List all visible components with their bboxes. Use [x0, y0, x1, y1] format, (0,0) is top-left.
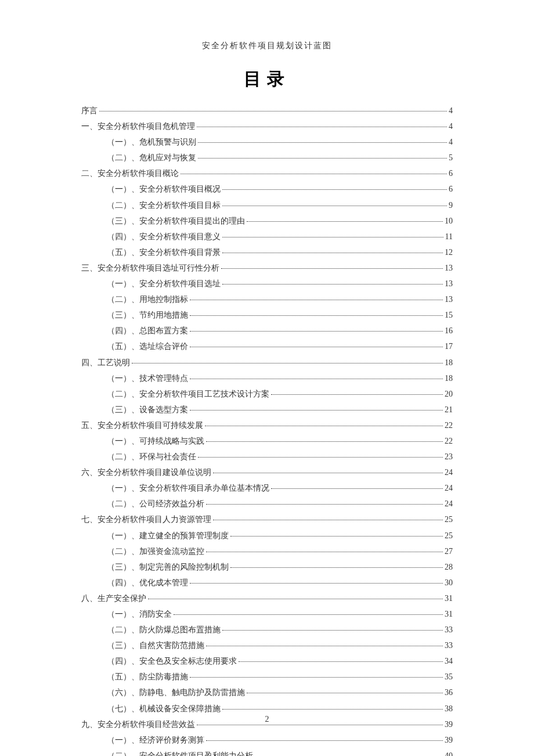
toc-dots: [206, 740, 443, 741]
toc-dots: [213, 473, 443, 473]
toc-entry: 三、安全分析软件项目选址可行性分析13: [81, 262, 453, 274]
header-title: 安全分析软件项目规划设计蓝图: [81, 41, 453, 51]
toc-entry: （一）、经济评价财务测算39: [81, 735, 453, 746]
toc-entry-label: （二）、安全分析软件项目盈利能力分析: [107, 750, 253, 756]
toc-dots: [190, 331, 443, 332]
toc-entry-label: 二、安全分析软件项目概论: [81, 168, 179, 179]
toc-entry: （一）、建立健全的预算管理制度25: [81, 530, 453, 542]
toc-entry: （三）、安全分析软件项目提出的理由10: [81, 215, 453, 227]
toc-entry-page: 23: [445, 451, 453, 463]
toc-entry-page: 24: [445, 498, 453, 510]
toc-dots: [206, 504, 443, 505]
toc-dots: [197, 127, 447, 127]
toc-entry-label: （五）、选址综合评价: [107, 341, 188, 352]
toc-entry-page: 34: [445, 656, 453, 667]
toc-entry: （三）、节约用地措施15: [81, 309, 453, 321]
toc-entry-page: 35: [445, 671, 453, 683]
toc-entry: （六）、防静电、触电防护及防雷措施36: [81, 687, 453, 699]
toc-entry-page: 30: [445, 577, 453, 589]
toc-dots: [222, 253, 443, 253]
toc-entry: （二）、环保与社会责任23: [81, 451, 453, 463]
toc-entry-label: （一）、危机预警与识别: [107, 136, 196, 148]
toc-dots: [222, 630, 443, 631]
toc-entry: 六、安全分析软件项目建设单位说明24: [81, 467, 453, 478]
toc-entry: （一）、可持续战略与实践22: [81, 435, 453, 447]
toc-entry-page: 6: [449, 168, 453, 179]
toc-entry-page: 16: [445, 325, 453, 337]
toc-entry: （四）、总图布置方案16: [81, 325, 453, 337]
toc-entry: 一、安全分析软件项目危机管理4: [81, 121, 453, 132]
toc-entry: （二）、安全分析软件项目工艺技术设计方案20: [81, 388, 453, 400]
toc-entry: 八、生产安全保护31: [81, 593, 453, 604]
toc-entry-label: （三）、制定完善的风险控制机制: [107, 561, 229, 573]
toc-container: 序言4一、安全分析软件项目危机管理4（一）、危机预警与识别4（二）、危机应对与恢…: [81, 105, 453, 756]
toc-dots: [222, 206, 447, 206]
toc-entry-label: （四）、优化成本管理: [107, 577, 188, 589]
toc-entry-page: 22: [445, 420, 453, 431]
toc-entry-page: 13: [445, 278, 453, 290]
toc-entry-page: 4: [449, 105, 453, 117]
toc-entry-page: 4: [449, 121, 453, 132]
toc-dots: [205, 426, 443, 426]
toc-entry-label: （三）、安全分析软件项目提出的理由: [107, 215, 245, 227]
toc-entry: （五）、选址综合评价17: [81, 341, 453, 352]
toc-dots: [198, 142, 447, 143]
toc-entry-page: 33: [445, 624, 453, 636]
toc-dots: [221, 268, 443, 269]
toc-entry: 二、安全分析软件项目概论6: [81, 168, 453, 179]
toc-entry: （二）、防火防爆总图布置措施33: [81, 624, 453, 636]
toc-dots: [190, 347, 443, 347]
toc-entry-label: 一、安全分析软件项目危机管理: [81, 121, 195, 132]
toc-title: 目录: [81, 67, 453, 91]
toc-entry-label: （五）、防尘防毒措施: [107, 671, 188, 683]
toc-entry-page: 5: [449, 152, 453, 164]
toc-entry-label: （七）、机械设备安全保障措施: [107, 703, 221, 715]
toc-dots: [197, 725, 443, 725]
toc-entry: （七）、机械设备安全保障措施38: [81, 703, 453, 715]
toc-entry-label: 四、工艺说明: [81, 357, 130, 369]
toc-entry-page: 28: [445, 561, 453, 573]
toc-entry-page: 17: [445, 341, 453, 352]
toc-entry-label: （一）、安全分析软件项目选址: [107, 278, 221, 290]
toc-entry-label: （一）、建立健全的预算管理制度: [107, 530, 229, 542]
toc-entry: （一）、安全分析软件项目概况6: [81, 183, 453, 195]
toc-dots: [181, 174, 447, 174]
toc-dots: [222, 189, 447, 190]
toc-entry-label: （三）、设备选型方案: [107, 404, 188, 416]
toc-dots: [174, 614, 443, 615]
toc-dots: [190, 583, 443, 584]
toc-entry-page: 4: [449, 136, 453, 148]
toc-entry: （二）、安全分析软件项目目标9: [81, 200, 453, 211]
toc-entry-label: 三、安全分析软件项目选址可行性分析: [81, 262, 219, 274]
toc-dots: [198, 158, 447, 159]
toc-entry-page: 9: [449, 200, 453, 211]
toc-dots: [222, 237, 443, 237]
document-page: 安全分析软件项目规划设计蓝图 目录 序言4一、安全分析软件项目危机管理4（一）、…: [0, 0, 534, 756]
toc-entry-label: （五）、安全分析软件项目背景: [107, 247, 221, 258]
toc-entry-label: 五、安全分析软件项目可持续发展: [81, 420, 203, 431]
toc-entry: （二）、危机应对与恢复5: [81, 152, 453, 164]
toc-entry-label: （二）、防火防爆总图布置措施: [107, 624, 221, 636]
toc-entry: （三）、设备选型方案21: [81, 404, 453, 416]
toc-entry: （一）、安全分析软件项目承办单位基本情况24: [81, 483, 453, 494]
toc-entry-label: （一）、安全分析软件项目概况: [107, 183, 221, 195]
toc-entry: （三）、制定完善的风险控制机制28: [81, 561, 453, 573]
toc-entry-page: 10: [445, 215, 453, 227]
toc-entry-label: （二）、安全分析软件项目工艺技术设计方案: [107, 388, 269, 400]
toc-dots: [190, 315, 443, 316]
toc-entry-page: 27: [445, 546, 453, 557]
toc-dots: [198, 457, 443, 458]
toc-entry-page: 25: [445, 514, 453, 525]
toc-entry: 序言4: [81, 105, 453, 117]
toc-entry: 七、安全分析软件项目人力资源管理25: [81, 514, 453, 525]
toc-entry-label: （一）、安全分析软件项目承办单位基本情况: [107, 483, 269, 494]
toc-entry-label: （三）、自然灾害防范措施: [107, 640, 204, 651]
toc-dots: [190, 379, 443, 379]
toc-entry-page: 18: [445, 373, 453, 384]
toc-entry-page: 36: [445, 687, 453, 699]
toc-entry: （二）、安全分析软件项目盈利能力分析40: [81, 750, 453, 756]
toc-entry: （一）、消防安全31: [81, 609, 453, 620]
toc-entry: （二）、加强资金流动监控27: [81, 546, 453, 557]
toc-entry-page: 39: [445, 735, 453, 746]
toc-dots: [99, 111, 447, 111]
